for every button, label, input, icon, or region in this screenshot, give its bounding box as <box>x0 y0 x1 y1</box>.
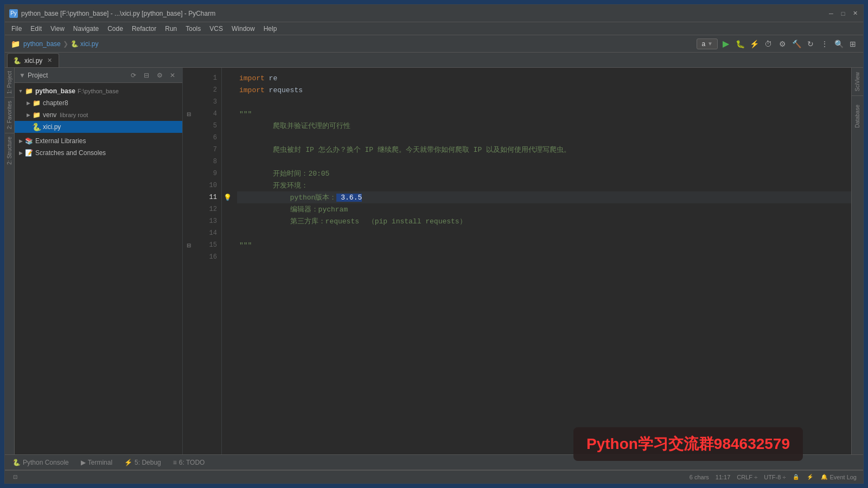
sciview-label[interactable]: SciView <box>853 68 861 95</box>
code-line-10[interactable]: 开发环境： <box>237 179 851 191</box>
code-line-13[interactable]: 第三方库：requests （pip install requests） <box>237 215 851 227</box>
bulb-gutter: 💡 <box>222 68 233 454</box>
panel-collapse-btn[interactable]: ⊟ <box>141 70 152 81</box>
bg-14 <box>222 227 233 239</box>
code-line-4[interactable]: """ <box>237 108 851 120</box>
tab-todo[interactable]: ≡ 6: TODO <box>168 456 210 469</box>
gutter-7 <box>183 144 195 156</box>
code-line-16[interactable] <box>237 251 851 263</box>
code-line-5[interactable]: 爬取并验证代理的可行性 <box>237 120 851 132</box>
bg-11[interactable]: 💡 <box>222 191 233 203</box>
tree-item-venv[interactable]: ▶ 📁 venv library root <box>15 109 182 121</box>
menubar: File Edit View Navigate Code Refactor Ru… <box>5 22 863 35</box>
tree-label-python-base-path: F:\python_base <box>78 88 119 94</box>
code-line-12[interactable]: 编辑器：pychram <box>237 203 851 215</box>
code-line-2[interactable]: import requests <box>237 84 851 96</box>
panel-sync-btn[interactable]: ⟳ <box>128 70 139 81</box>
status-chars[interactable]: 6 chars <box>687 474 711 480</box>
coverage-button[interactable]: ⚡ <box>748 38 760 50</box>
grid-button[interactable]: ⊞ <box>847 38 859 50</box>
panel-title[interactable]: Project <box>28 72 126 79</box>
menu-help[interactable]: Help <box>259 22 282 35</box>
tree-label-library-root: library root <box>60 112 88 118</box>
panel-settings-btn[interactable]: ⚙ <box>154 70 165 81</box>
more-button[interactable]: ⋮ <box>819 38 831 50</box>
status-lightning[interactable]: ⚡ <box>804 473 816 481</box>
gutter-8 <box>183 156 195 168</box>
tree-label-external-libs: External Libraries <box>35 137 86 145</box>
ln-6: 6 <box>195 132 221 144</box>
code-lines[interactable]: import re import requests """ <box>233 68 851 454</box>
code-line-1[interactable]: import re <box>237 72 851 84</box>
menu-edit[interactable]: Edit <box>26 22 46 35</box>
sidebar-label-project[interactable]: 1: Project <box>5 68 14 97</box>
status-event-log[interactable]: 🔔 Event Log <box>818 473 859 481</box>
gutter: ⊟ ⊟ <box>183 68 195 454</box>
close-button[interactable]: ✕ <box>851 10 859 17</box>
sidebar-label-structure[interactable]: 2: Structure <box>5 133 14 168</box>
menu-refactor[interactable]: Refactor <box>127 22 161 35</box>
tab-xici[interactable]: 🐍 xici.py ✕ <box>7 53 59 67</box>
ln-2: 2 <box>195 84 221 96</box>
line9-text: 开始时间：20:05 <box>239 169 329 178</box>
code-line-14[interactable] <box>237 227 851 239</box>
window-controls[interactable]: ─ □ ✕ <box>827 10 859 17</box>
bg-8 <box>222 156 233 168</box>
kw-import-1: import <box>239 74 265 82</box>
search-button[interactable]: 🔍 <box>833 38 845 50</box>
menu-view[interactable]: View <box>46 22 69 35</box>
debug-label: 5: Debug <box>135 459 161 466</box>
debug-icon: ⚡ <box>124 459 132 466</box>
bulb-icon[interactable]: 💡 <box>224 194 232 201</box>
tree-item-external-libs[interactable]: ▶ 📚 External Libraries <box>15 135 182 147</box>
tab-terminal[interactable]: ▶ Terminal <box>75 456 118 469</box>
ln-1: 1 <box>195 72 221 84</box>
main-content: 1: Project 2: Favorites 2: Structure ▼ P… <box>5 68 863 454</box>
run-config-dropdown-icon[interactable]: ▼ <box>707 41 713 47</box>
breadcrumb-file[interactable]: 🐍 xici.py <box>71 40 99 48</box>
tree-item-scratches[interactable]: ▶ 📝 Scratches and Consoles <box>15 147 182 159</box>
code-line-6[interactable] <box>237 132 851 144</box>
code-line-11[interactable]: python版本： 3.6.5 <box>237 191 851 203</box>
menu-window[interactable]: Window <box>227 22 259 35</box>
status-square[interactable]: ⊡ <box>9 473 21 481</box>
menu-file[interactable]: File <box>7 22 26 35</box>
status-encoding[interactable]: UTF-8 ÷ <box>762 474 788 480</box>
bg-3 <box>222 96 233 108</box>
code-container[interactable]: ⊟ ⊟ 1 2 3 <box>183 68 851 454</box>
code-line-15[interactable]: """ <box>237 239 851 251</box>
profile-button[interactable]: ⏱ <box>762 38 774 50</box>
code-line-8[interactable] <box>237 156 851 168</box>
menu-run[interactable]: Run <box>161 22 181 35</box>
menu-navigate[interactable]: Navigate <box>69 22 103 35</box>
code-line-7[interactable]: 爬虫被封 IP 怎么办？换个 IP 继续爬。今天就带你如何爬取 IP 以及如何使… <box>237 144 851 156</box>
menu-vcs[interactable]: VCS <box>205 22 227 35</box>
tab-close-button[interactable]: ✕ <box>46 57 53 65</box>
panel-dropdown-icon[interactable]: ▼ <box>19 72 25 79</box>
status-lock[interactable]: 🔒 <box>790 473 802 481</box>
tree-item-xici[interactable]: 🐍 xici.py <box>15 121 182 133</box>
status-crlf[interactable]: CRLF ÷ <box>735 474 760 480</box>
tab-python-console[interactable]: 🐍 Python Console <box>7 456 74 469</box>
database-label[interactable]: Database <box>853 100 861 132</box>
tab-debug[interactable]: ⚡ 5: Debug <box>119 456 167 469</box>
code-line-9[interactable]: 开始时间：20:05 <box>237 168 851 179</box>
tree-item-chapter8[interactable]: ▶ 📁 chapter8 <box>15 97 182 109</box>
sidebar-label-favorites[interactable]: 2: Favorites <box>5 98 14 132</box>
maximize-button[interactable]: □ <box>839 10 847 17</box>
build-button[interactable]: 🔨 <box>790 38 802 50</box>
run-button[interactable]: ▶ <box>720 38 732 50</box>
breadcrumb-project[interactable]: python_base <box>23 40 61 48</box>
right-panel: SciView Database <box>851 68 863 454</box>
gutter-4: ⊟ <box>183 108 195 120</box>
status-position[interactable]: 11:17 <box>713 474 733 480</box>
minimize-button[interactable]: ─ <box>827 10 835 17</box>
menu-tools[interactable]: Tools <box>181 22 205 35</box>
code-line-3[interactable] <box>237 96 851 108</box>
menu-code[interactable]: Code <box>103 22 127 35</box>
tree-item-python-base[interactable]: ▼ 📁 python_base F:\python_base <box>15 85 182 97</box>
panel-close-btn[interactable]: ✕ <box>167 70 178 81</box>
settings-button[interactable]: ⚙ <box>776 38 788 50</box>
sync-button[interactable]: ↻ <box>805 38 816 50</box>
debug-button[interactable]: 🐛 <box>734 38 746 50</box>
